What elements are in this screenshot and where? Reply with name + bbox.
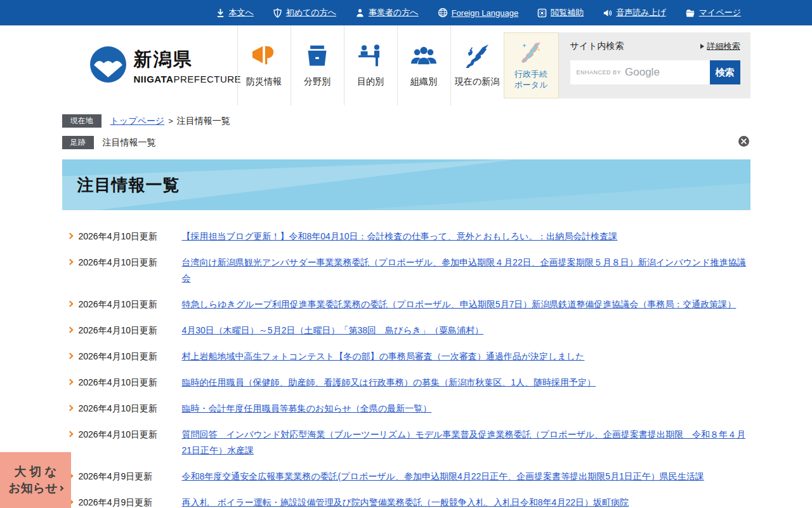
news-date: 2026年4月9日更新 [79, 495, 182, 508]
footprint-text: 注目情報一覧 [103, 137, 156, 149]
news-row: 2026年4月10日更新【採用担当ブログ更新！】令和8年04月10日：会計検査の… [62, 229, 750, 244]
news-row: 2026年4月10日更新台湾向け新潟県観光アンバサダー事業業務委託（プロポーザル… [62, 255, 750, 286]
site-header: 新潟県 NIIGATAPREFECTURE 防災情報 分野別 目的別 組織別 現… [0, 25, 812, 105]
arrow-right-icon [700, 44, 704, 49]
news-link[interactable]: 4月30日（木曜日）～5月2日（土曜日）「第38回 島びらき」（粟島浦村） [182, 323, 750, 338]
news-link[interactable]: 【採用担当ブログ更新！】令和8年04月10日：会計検査の仕事って、意外とおもしろ… [182, 229, 750, 244]
breadcrumb-current: 注目情報一覧 [177, 116, 230, 127]
nav-by-field[interactable]: 分野別 [291, 25, 344, 105]
megaphone-icon [251, 44, 277, 70]
chevron-right-icon [67, 301, 73, 307]
chevron-right-icon [67, 405, 73, 411]
foreign-language-link[interactable]: Foreign Language [438, 8, 519, 18]
footprint-row: 足跡 注目情報一覧 [62, 136, 750, 149]
browse-assist-link[interactable]: 閲覧補助 [537, 7, 584, 18]
footprint-badge: 足跡 [62, 136, 94, 149]
nav-disaster-info[interactable]: 防災情報 [237, 25, 291, 105]
my-page-link[interactable]: マイページ [685, 7, 741, 18]
chevron-right-icon [67, 233, 73, 239]
news-row: 2026年4月10日更新臨時的任用職員（保健師、助産師、看護師又は行政事務）の募… [62, 375, 750, 391]
nav-by-purpose[interactable]: 目的別 [344, 25, 397, 105]
news-link[interactable]: 特急しらゆきグループ利用促進事業委託業務の委託（プロポーザル、申込期限5月7日）… [182, 297, 750, 312]
admin-procedure-portal-button[interactable]: 行政手続ポータル [504, 32, 559, 98]
logo-title-jp: 新潟県 [134, 47, 242, 72]
tray-icon [304, 44, 330, 70]
news-row: 2026年4月9日更新再入札 ボイラー運転・施設設備管理及び院内警備業務委託（一… [62, 495, 750, 508]
news-link[interactable]: 令和8年度交通安全広報事業業務の委託(プロポーザル、参加申込期限4月22日正午、… [182, 469, 750, 485]
site-search-label: サイト内検索 [570, 41, 624, 52]
news-link[interactable]: 村上岩船地域中高生フォトコンテスト【冬の部】の事務局審査（一次審査）通過作品が決… [182, 349, 750, 364]
person-icon [355, 8, 365, 18]
footprint-close-button[interactable] [738, 136, 749, 147]
text-to-speech-link[interactable]: 音声読み上げ [603, 7, 666, 18]
page-title: 注目情報一覧 [62, 174, 180, 196]
news-date: 2026年4月10日更新 [79, 323, 182, 338]
browse-assist-icon [537, 8, 547, 18]
news-date: 2026年4月10日更新 [79, 229, 182, 244]
news-link[interactable]: 再入札 ボイラー運転・施設設備管理及び院内警備業務委託（一般競争入札、入札日令和… [182, 495, 750, 508]
news-row: 2026年4月10日更新村上岩船地域中高生フォトコンテスト【冬の部】の事務局審査… [62, 349, 750, 364]
logo-title-en: NIIGATAPREFECTURE [134, 74, 242, 84]
globe-icon [438, 8, 448, 18]
business-visitors-link[interactable]: 事業者の方へ [355, 7, 419, 18]
chevron-right-icon [67, 259, 73, 265]
news-row: 2026年4月10日更新4月30日（木曜日）～5月2日（土曜日）「第38回 島び… [62, 323, 750, 338]
top-utility-bar: 本文へ 初めての方へ 事業者の方へ Foreign Language 閲覧補助 … [0, 0, 812, 25]
news-link[interactable]: 台湾向け新潟県観光アンバサダー事業業務委託（プロポーザル、参加申込期限４月22日… [182, 255, 750, 286]
breadcrumb-area: 現在地 トップページ > 注目情報一覧 足跡 注目情報一覧 [62, 114, 750, 149]
page-title-banner: 注目情報一覧 [62, 159, 750, 210]
news-date: 2026年4月10日更新 [79, 375, 182, 391]
group-icon [410, 44, 437, 70]
counter-icon [358, 44, 383, 70]
news-date: 2026年4月10日更新 [79, 297, 182, 312]
news-row: 2026年4月9日更新令和8年度交通安全広報事業業務の委託(プロポーザル、参加申… [62, 469, 750, 485]
chevron-right-icon [67, 431, 73, 438]
close-icon [738, 139, 749, 149]
news-row: 2026年4月10日更新臨時・会計年度任用職員等募集のお知らせ（全県の最新一覧） [62, 401, 750, 417]
important-notice-button[interactable]: 大切な お知らせ [0, 452, 71, 508]
news-date: 2026年4月10日更新 [79, 349, 182, 364]
site-search-panel: サイト内検索 詳細検索 ENHANCED BY Google 検索 [559, 32, 750, 98]
news-link[interactable]: 質問回答 インバウンド対応型海業（ブルーツーリズム）モデル事業普及促進業務委託（… [182, 427, 750, 458]
chevron-right-icon [67, 379, 73, 385]
niigata-logo[interactable]: 新潟県 NIIGATAPREFECTURE [62, 25, 237, 105]
nav-current-niigata[interactable]: 現在の新潟 [450, 25, 504, 105]
news-link[interactable]: 臨時・会計年度任用職員等募集のお知らせ（全県の最新一覧） [182, 401, 750, 417]
news-date: 2026年4月9日更新 [79, 469, 182, 485]
skip-to-content-icon [216, 8, 225, 18]
niigata-emblem-icon [90, 46, 126, 85]
skip-to-content-link[interactable]: 本文へ [216, 7, 254, 18]
breadcrumb-home-link[interactable]: トップページ [110, 116, 165, 127]
search-button[interactable]: 検索 [710, 60, 740, 84]
news-link[interactable]: 臨時的任用職員（保健師、助産師、看護師又は行政事務）の募集（新潟市秋葉区、1人、… [182, 375, 750, 391]
advanced-search-link[interactable]: 詳細検索 [700, 41, 740, 52]
nav-by-organization[interactable]: 組織別 [397, 25, 450, 105]
first-time-visitors-link[interactable]: 初めての方へ [273, 7, 336, 18]
news-date: 2026年4月10日更新 [79, 401, 182, 417]
news-date: 2026年4月10日更新 [79, 427, 182, 443]
niigata-map-icon [464, 44, 490, 70]
chevron-right-icon [67, 327, 73, 333]
chevron-right-icon [67, 353, 73, 359]
portal-map-icon [519, 41, 543, 65]
breadcrumb: 現在地 トップページ > 注目情報一覧 [62, 114, 750, 128]
news-row: 2026年4月10日更新特急しらゆきグループ利用促進事業委託業務の委託（プロポー… [62, 297, 750, 312]
folder-icon [685, 8, 695, 18]
current-location-badge: 現在地 [62, 114, 102, 128]
speaker-icon [603, 8, 612, 18]
search-input[interactable]: ENHANCED BY Google [570, 60, 710, 84]
featured-news-list: 2026年4月10日更新【採用担当ブログ更新！】令和8年04月10日：会計検査の… [62, 229, 750, 508]
news-row: 2026年4月10日更新質問回答 インバウンド対応型海業（ブルーツーリズム）モデ… [62, 427, 750, 458]
beginner-icon [273, 8, 282, 18]
chevron-right-icon [58, 486, 63, 491]
breadcrumb-separator: > [168, 116, 173, 126]
news-date: 2026年4月10日更新 [79, 255, 182, 271]
